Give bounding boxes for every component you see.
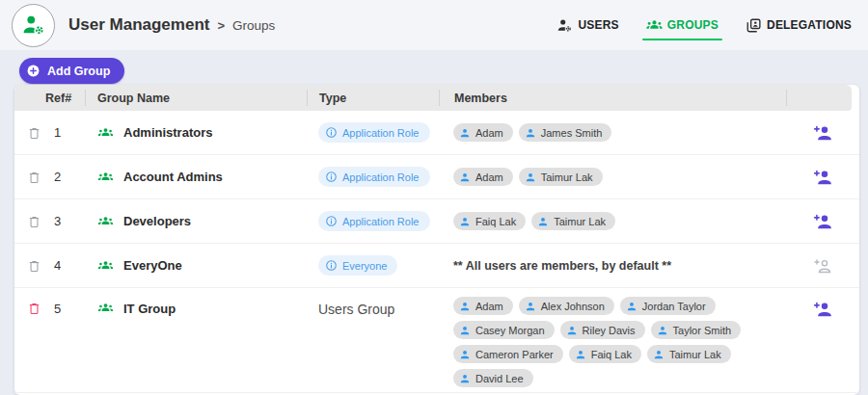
delete-group-button[interactable]	[27, 125, 41, 141]
top-bar: User Management > Groups USERS	[0, 0, 868, 50]
group-name: Developers	[123, 214, 191, 228]
group-name: Administrators	[123, 125, 212, 140]
group-icon	[96, 125, 115, 141]
members-cell: ** All users are members, by default **	[439, 254, 786, 277]
add-member-button[interactable]	[812, 300, 833, 319]
add-member-button[interactable]	[812, 212, 833, 231]
member-name: Taimur Lak	[669, 349, 721, 360]
type-text: Users Group	[318, 302, 394, 317]
breadcrumb: User Management > Groups	[68, 15, 275, 35]
table-row: 3 Developers	[14, 199, 859, 244]
col-header-members: Members	[439, 90, 786, 106]
member-chip: Faiq Lak	[569, 345, 641, 363]
member-name: Adam	[475, 127, 503, 139]
member-chip: Taimur Lak	[647, 345, 731, 363]
member-chip: Taylor Smith	[651, 321, 742, 339]
person-icon	[657, 325, 668, 336]
table-header: Ref# Group Name Type Members	[14, 85, 852, 111]
type-label: Application Role	[342, 127, 420, 139]
tab-label: GROUPS	[667, 18, 719, 32]
tab-users[interactable]: USERS	[556, 9, 619, 42]
ref-number: 3	[54, 214, 61, 228]
member-name: Taimur Lak	[541, 171, 593, 183]
tab-groups[interactable]: GROUPS	[645, 9, 719, 42]
add-member-button[interactable]	[812, 168, 833, 187]
person-icon	[525, 171, 536, 183]
member-name: Adam	[475, 301, 503, 312]
person-icon	[459, 171, 471, 183]
person-icon	[459, 216, 471, 227]
person-icon	[626, 301, 637, 312]
ref-number: 1	[54, 125, 61, 140]
group-name: IT Group	[123, 302, 176, 316]
page-title: User Management	[68, 15, 209, 35]
person-icon	[653, 349, 665, 360]
members-cell: Adam Taimur Lak	[439, 163, 786, 191]
member-chip: Alex Johnson	[519, 297, 614, 315]
person-icon	[537, 216, 549, 227]
type-badge[interactable]: Application Role	[318, 122, 430, 143]
person-icon	[459, 325, 471, 336]
delete-group-button[interactable]	[27, 170, 41, 185]
col-header-name: Group Name	[85, 90, 307, 106]
info-icon[interactable]	[325, 171, 338, 183]
group-icon	[96, 301, 115, 316]
person-icon	[459, 373, 471, 384]
group-name: Account Admins	[123, 170, 223, 184]
member-chip: Riley Davis	[560, 321, 645, 339]
table-row: 4 EveryOne	[14, 244, 859, 288]
member-chip: Adam	[453, 123, 513, 142]
person-icon	[459, 349, 471, 360]
members-cell: Adam Alex Johnson Jordan Taylor Casey Mo…	[439, 288, 786, 392]
delete-group-button[interactable]	[27, 301, 41, 316]
member-name: James Smith	[541, 127, 603, 139]
type-label: Everyone	[342, 260, 387, 272]
tab-label: USERS	[578, 18, 618, 32]
tab-delegations[interactable]: DELEGATIONS	[745, 9, 853, 42]
header-tabs: USERS GROUPS	[556, 9, 868, 42]
person-icon	[459, 127, 471, 139]
breadcrumb-separator: >	[217, 18, 225, 33]
member-name: Taylor Smith	[673, 325, 732, 336]
add-group-button[interactable]: Add Group	[19, 58, 124, 84]
group-icon	[646, 17, 663, 34]
delete-group-button[interactable]	[27, 214, 41, 229]
info-icon[interactable]	[325, 259, 338, 272]
type-badge[interactable]: Application Role	[318, 167, 430, 187]
member-chip: James Smith	[519, 123, 612, 142]
person-icon	[566, 325, 578, 336]
type-badge[interactable]: Everyone	[318, 255, 397, 276]
add-member-button[interactable]	[812, 123, 833, 143]
type-label: Application Role	[342, 171, 420, 183]
person-icon	[525, 301, 536, 312]
table-row: 1 Administrators	[14, 111, 859, 155]
member-name: David Lee	[475, 373, 524, 384]
table-body: 1 Administrators	[14, 111, 859, 393]
ref-number: 5	[54, 302, 61, 316]
info-icon[interactable]	[325, 126, 338, 139]
add-member-disabled-icon	[812, 256, 833, 276]
col-header-ref: Ref#	[14, 90, 85, 106]
delete-group-button[interactable]	[27, 258, 41, 274]
member-name: Taimur Lak	[554, 216, 606, 227]
member-chip: Taimur Lak	[519, 168, 603, 186]
type-badge[interactable]: Application Role	[318, 211, 430, 231]
col-header-type: Type	[307, 90, 439, 106]
members-cell: Faiq Lak Taimur Lak	[439, 207, 786, 235]
members-cell: Adam James Smith	[439, 118, 786, 146]
member-chip: Faiq Lak	[453, 212, 526, 230]
delegations-icon	[746, 17, 762, 34]
member-name: Riley Davis	[583, 325, 636, 336]
member-chip: Adam	[453, 297, 513, 315]
member-name: Jordan Taylor	[642, 301, 706, 312]
member-name: Faiq Lak	[475, 216, 516, 227]
member-chip: Jordan Taylor	[620, 297, 716, 315]
member-chip: Cameron Parker	[453, 345, 563, 363]
group-name: EveryOne	[123, 258, 182, 273]
info-icon[interactable]	[325, 215, 338, 227]
user-management-icon	[21, 13, 46, 38]
member-name: Casey Morgan	[475, 325, 545, 336]
members-note: ** All users are members, by default **	[453, 259, 671, 273]
col-header-actions	[786, 90, 852, 106]
plus-circle-icon	[26, 64, 41, 78]
